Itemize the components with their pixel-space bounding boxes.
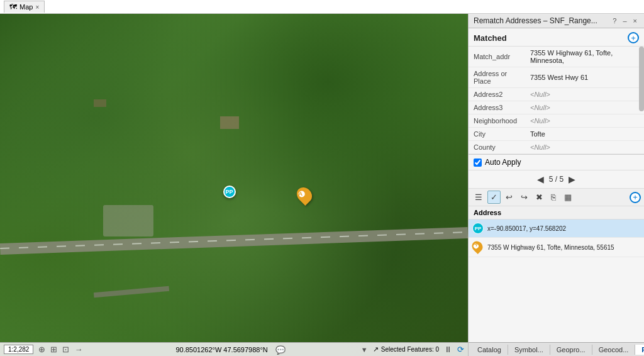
title-bar: 🗺 Map × — [0, 0, 644, 14]
map-tab-label: Map — [19, 3, 33, 11]
map-sync-icon[interactable]: ⊡ — [62, 345, 69, 354]
map-bottom-bar: 1:2,282 ⊕ ⊞ ⊡ → 90.8501262°W 47.5697988°… — [0, 342, 468, 356]
matched-add-button[interactable]: + — [628, 32, 639, 43]
undo-button[interactable]: ↩ — [502, 191, 516, 204]
close-panel-button[interactable]: × — [631, 16, 639, 25]
toolbar-add-button[interactable]: + — [630, 192, 641, 203]
attr-key: Neighborhood — [469, 114, 525, 128]
map-nav-icon[interactable]: ⊕ — [38, 345, 45, 354]
address-text: 7355 W Highway 61, Tofte, Minnesota, 556… — [487, 244, 640, 251]
building — [220, 116, 239, 129]
attribute-row: Neighborhood<Null> — [469, 114, 644, 128]
bottom-tab-rematch[interactable]: Rematch... — [635, 345, 644, 355]
attr-value: <Null> — [525, 88, 644, 101]
scale-indicator: 1:2,282 — [4, 345, 33, 354]
attr-value: 7355 West Hwy 61 — [525, 67, 644, 88]
side-road — [94, 286, 169, 298]
attr-key: Address2 — [469, 88, 525, 101]
attr-value: <Null> — [525, 141, 644, 154]
pin-button[interactable]: – — [621, 16, 628, 25]
attribute-row: Match_addr7355 W Highway 61, Tofte, Minn… — [469, 47, 644, 67]
address-list: PPx=-90.850017, y=47.568202A7355 W Highw… — [469, 220, 644, 257]
parking-area — [103, 205, 153, 236]
attribute-row: CityTofte — [469, 128, 644, 141]
chevron-down-icon[interactable]: ▼ — [361, 346, 368, 353]
attribute-row: Address2<Null> — [469, 88, 644, 101]
attr-value: 7355 W Highway 61, Tofte, Minnesota, — [525, 47, 644, 67]
map-layers-icon[interactable]: ⊞ — [50, 345, 57, 354]
copy-button[interactable]: ⎘ — [548, 191, 559, 204]
map-tab[interactable]: 🗺 Map × — [4, 1, 45, 13]
matched-header: Matched + — [469, 28, 644, 47]
attr-value: Tofte — [525, 128, 644, 141]
address-column-header: Address — [469, 206, 644, 220]
marker-a-pin: A — [294, 184, 315, 206]
nav-row: ◀ 5 / 5 ▶ — [469, 170, 644, 189]
check-button[interactable]: ✓ — [487, 191, 501, 204]
redo-button[interactable]: ↪ — [518, 191, 531, 204]
bottom-tab-geopro[interactable]: Geopro... — [550, 345, 592, 355]
map-tab-close[interactable]: × — [35, 4, 39, 11]
map-icon: 🗺 — [9, 3, 17, 11]
cursor-icon: ↗ — [373, 345, 379, 353]
auto-apply-label: Auto Apply — [485, 158, 521, 167]
attributes-table: Match_addr7355 W Highway 61, Tofte, Minn… — [469, 47, 644, 154]
marker-pp-circle: PP — [223, 186, 236, 198]
nav-count: 5 / 5 — [549, 175, 564, 184]
pause-icon[interactable]: ⏸ — [444, 345, 452, 354]
delete-button[interactable]: ✖ — [533, 191, 546, 204]
main-road — [0, 227, 468, 255]
panel-title-bar: Rematch Addresses – SNF_Range... ? – × — [469, 14, 644, 28]
attr-value: <Null> — [525, 114, 644, 128]
selected-count: Selected Features: 0 — [381, 346, 439, 353]
nav-next-button[interactable]: ▶ — [567, 173, 577, 186]
right-panel: Rematch Addresses – SNF_Range... ? – × M… — [468, 14, 644, 356]
attr-key: City — [469, 128, 525, 141]
attribute-row: Address or Place7355 West Hwy 61 — [469, 67, 644, 88]
bottom-tab-geocod[interactable]: Geocod... — [592, 345, 636, 355]
panel-title-actions: ? – × — [611, 16, 639, 25]
matched-label: Matched — [474, 33, 507, 43]
attribute-row: Address3<Null> — [469, 101, 644, 114]
selected-features: ↗ Selected Features: 0 — [373, 345, 439, 353]
attr-key: Match_addr — [469, 47, 525, 67]
scrollbar-thumb[interactable] — [639, 47, 644, 111]
chat-icon: 💬 — [275, 345, 286, 355]
help-button[interactable]: ? — [611, 16, 618, 25]
bottom-tabs: CatalogSymbol...Geopro...Geocod...Rematc… — [469, 342, 644, 356]
attributes-section[interactable]: Match_addr7355 W Highway 61, Tofte, Minn… — [469, 47, 644, 155]
coordinate-display: 90.8501262°W 47.5697988°N — [87, 346, 355, 353]
auto-apply-row: Auto Apply — [469, 155, 644, 170]
bottom-tab-symbol[interactable]: Symbol... — [508, 345, 550, 355]
attr-key: Address3 — [469, 101, 525, 114]
attr-key: Address or Place — [469, 67, 525, 88]
auto-apply-checkbox[interactable] — [474, 159, 482, 167]
marker-pp[interactable]: PP — [223, 186, 236, 198]
address-row[interactable]: PPx=-90.850017, y=47.568202 — [469, 220, 644, 238]
attr-value: <Null> — [525, 101, 644, 114]
menu-button[interactable]: ☰ — [472, 191, 486, 204]
map-view[interactable]: PP A 1:2,282 ⊕ ⊞ ⊡ → 90.8501262°W 47.569… — [0, 14, 468, 356]
toolbar-row: ☰ ✓ ↩ ↪ ✖ ⎘ ▦ + — [469, 189, 644, 206]
marker-a[interactable]: A — [297, 187, 311, 203]
refresh-icon[interactable]: ⟳ — [457, 345, 464, 354]
panel-title: Rematch Addresses – SNF_Range... — [474, 16, 597, 25]
table-button[interactable]: ▦ — [561, 191, 575, 204]
building — [94, 99, 106, 107]
nav-prev-button[interactable]: ◀ — [536, 173, 545, 186]
address-text: x=-90.850017, y=47.568202 — [487, 225, 640, 232]
bottom-tab-catalog[interactable]: Catalog — [471, 345, 508, 355]
attribute-row: County<Null> — [469, 141, 644, 154]
address-row[interactable]: A7355 W Highway 61, Tofte, Minnesota, 55… — [469, 238, 644, 257]
a-pin-icon: A — [472, 241, 484, 253]
attr-key: County — [469, 141, 525, 154]
map-arrow-icon[interactable]: → — [74, 345, 82, 354]
pp-pin-icon: PP — [472, 223, 484, 234]
